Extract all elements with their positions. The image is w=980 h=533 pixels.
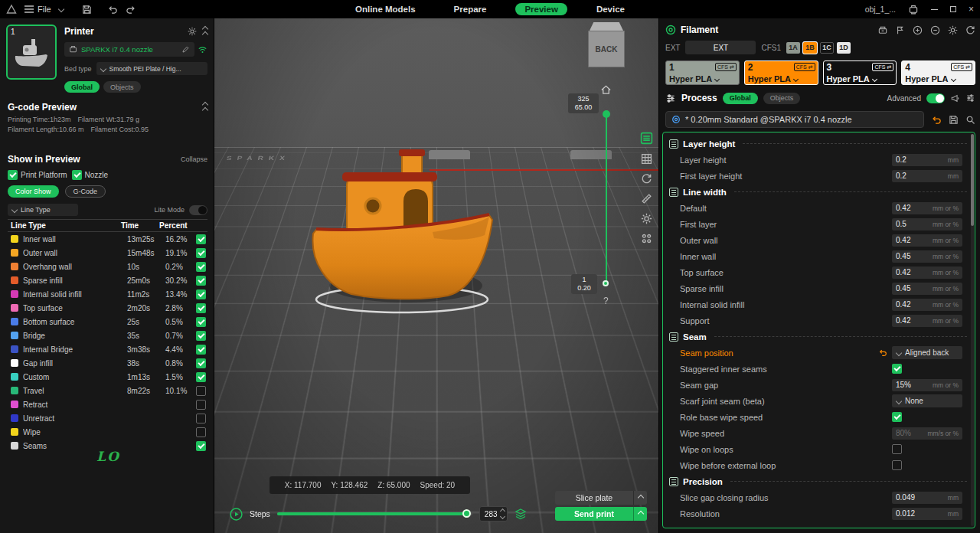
setting-checkbox[interactable] <box>892 444 902 454</box>
bed-type-select[interactable]: Smooth PEI Plate / Hig... <box>96 62 207 75</box>
filament-card-4[interactable]: 4CFS ⇄Hyper PLA <box>901 60 975 85</box>
plate-thumbnail[interactable]: 1 <box>6 25 57 80</box>
line-visibility-checkbox[interactable] <box>196 372 206 382</box>
filament-name[interactable]: Hyper PLA <box>748 74 798 83</box>
collapse-gcode-icon[interactable] <box>203 103 207 113</box>
tune-icon[interactable] <box>965 93 975 103</box>
steps-spinner-arrows[interactable] <box>501 509 505 518</box>
minimize-button[interactable] <box>931 9 938 10</box>
preview-toggle-print-platform[interactable]: Print Platform <box>8 170 67 180</box>
line-visibility-checkbox[interactable] <box>196 358 206 368</box>
multicolor-print-icon[interactable] <box>877 25 888 35</box>
setting-select[interactable]: Aligned back <box>892 346 962 359</box>
printer-settings-gear-icon[interactable] <box>188 27 197 36</box>
line-visibility-checkbox[interactable] <box>196 331 206 341</box>
remove-filament-icon[interactable] <box>930 25 940 35</box>
filament-card-3[interactable]: 3CFS ⇄Hyper PLA <box>823 60 897 85</box>
process-global-tab[interactable]: Global <box>723 93 758 104</box>
preview-toggle-nozzle[interactable]: Nozzle <box>72 170 109 180</box>
setting-input[interactable]: 0.42mm or % <box>892 234 962 247</box>
setting-checkbox[interactable] <box>892 460 902 470</box>
settings-scrollbar[interactable] <box>971 134 974 526</box>
reset-setting-icon[interactable] <box>878 348 887 357</box>
printer-select[interactable]: SPARKX i7 0.4 nozzle <box>64 42 194 57</box>
sync-filament-icon[interactable] <box>965 25 975 35</box>
announcement-icon[interactable] <box>950 93 960 103</box>
flag-icon[interactable] <box>896 25 905 35</box>
setting-input[interactable]: 0.2mm <box>892 154 962 166</box>
layer-slider-bottom-handle[interactable] <box>603 280 609 286</box>
ext-select[interactable]: EXT <box>685 41 756 54</box>
add-filament-icon[interactable] <box>913 25 923 35</box>
viewport-settings-gear-icon[interactable] <box>641 213 652 224</box>
checkbox-icon[interactable] <box>8 170 18 180</box>
setting-checkbox[interactable] <box>892 412 902 422</box>
benchy-model[interactable] <box>302 149 501 325</box>
home-view-icon[interactable] <box>600 84 612 95</box>
global-tab[interactable]: Global <box>64 81 100 93</box>
line-visibility-checkbox[interactable] <box>196 441 206 451</box>
file-menu[interactable]: File <box>24 5 51 14</box>
line-visibility-checkbox[interactable] <box>196 262 206 272</box>
settings-section-header[interactable]: Seam <box>663 329 967 345</box>
send-options-chevron-icon[interactable] <box>633 507 647 521</box>
process-preset-select[interactable]: * 0.20mm Standard @SPARKX i7 0.4 nozzle <box>665 111 924 128</box>
filament-settings-gear-icon[interactable] <box>948 25 958 35</box>
setting-input[interactable]: 80%mm/s or % <box>892 427 962 440</box>
advanced-toggle[interactable] <box>926 93 945 103</box>
setting-input[interactable]: 0.42mm or % <box>892 266 962 279</box>
measure-icon[interactable] <box>641 193 652 204</box>
view-cube-top-face[interactable] <box>590 22 623 31</box>
steps-slider[interactable] <box>277 512 472 515</box>
settings-section-header[interactable]: Line width <box>663 184 967 200</box>
line-visibility-checkbox[interactable] <box>196 276 206 286</box>
color-show-button[interactable]: Color Show <box>8 185 59 198</box>
tab-preview[interactable]: Preview <box>515 3 567 15</box>
slice-options-chevron-icon[interactable] <box>633 491 647 505</box>
save-preset-icon[interactable] <box>949 115 959 125</box>
setting-input[interactable]: 0.012mm <box>892 508 962 520</box>
help-question-mark[interactable]: ? <box>603 296 609 306</box>
line-visibility-checkbox[interactable] <box>196 289 206 299</box>
checkbox-icon[interactable] <box>72 170 82 180</box>
layer-view-icon[interactable] <box>640 132 653 145</box>
setting-input[interactable]: 0.42mm or % <box>892 202 962 214</box>
line-visibility-checkbox[interactable] <box>196 386 206 396</box>
filament-card-2[interactable]: 2CFS ⇄Hyper PLA <box>744 60 818 85</box>
slice-plate-button[interactable]: Slice plate <box>555 491 647 505</box>
line-type-select[interactable]: Line Type <box>8 204 78 216</box>
setting-input[interactable]: 0.45mm or % <box>892 250 962 263</box>
setting-select[interactable]: None <box>892 394 962 407</box>
line-visibility-checkbox[interactable] <box>196 234 206 244</box>
reset-preset-icon[interactable] <box>931 115 942 125</box>
line-visibility-checkbox[interactable] <box>196 414 206 423</box>
redo-button[interactable] <box>126 5 136 15</box>
setting-input[interactable]: 0.45mm or % <box>892 283 962 295</box>
filament-name[interactable]: Hyper PLA <box>827 74 877 83</box>
collapse-printer-icon[interactable] <box>203 27 207 37</box>
maximize-button[interactable] <box>950 6 956 12</box>
gcode-button[interactable]: G-Code <box>65 185 106 198</box>
edit-printer-pencil-icon[interactable] <box>181 45 190 54</box>
shortcuts-icon[interactable] <box>641 233 652 244</box>
setting-input[interactable]: 0.049mm <box>892 492 962 504</box>
collapse-link[interactable]: Collapse <box>181 155 207 163</box>
setting-input[interactable]: 0.42mm or % <box>892 315 962 327</box>
cfs-slot-1a[interactable]: 1A <box>786 42 800 54</box>
steps-slider-handle[interactable] <box>462 509 471 518</box>
settings-section-header[interactable]: Precision <box>663 473 967 489</box>
settings-section-header[interactable]: Layer height <box>663 136 967 152</box>
play-button[interactable] <box>230 508 243 521</box>
file-chevron-down-icon[interactable] <box>57 6 64 12</box>
line-visibility-checkbox[interactable] <box>196 400 206 410</box>
line-visibility-checkbox[interactable] <box>196 248 206 258</box>
rotate-view-icon[interactable] <box>641 173 652 185</box>
objects-tab[interactable]: Objects <box>103 81 141 93</box>
cfs-slot-1c[interactable]: 1C <box>820 42 834 54</box>
send-print-button[interactable]: Send print <box>555 507 647 521</box>
layer-slider-track[interactable] <box>606 116 607 283</box>
line-visibility-checkbox[interactable] <box>196 427 206 437</box>
filament-name[interactable]: Hyper PLA <box>905 74 955 83</box>
filament-name[interactable]: Hyper PLA <box>669 74 719 83</box>
tab-online-models[interactable]: Online Models <box>346 3 425 15</box>
